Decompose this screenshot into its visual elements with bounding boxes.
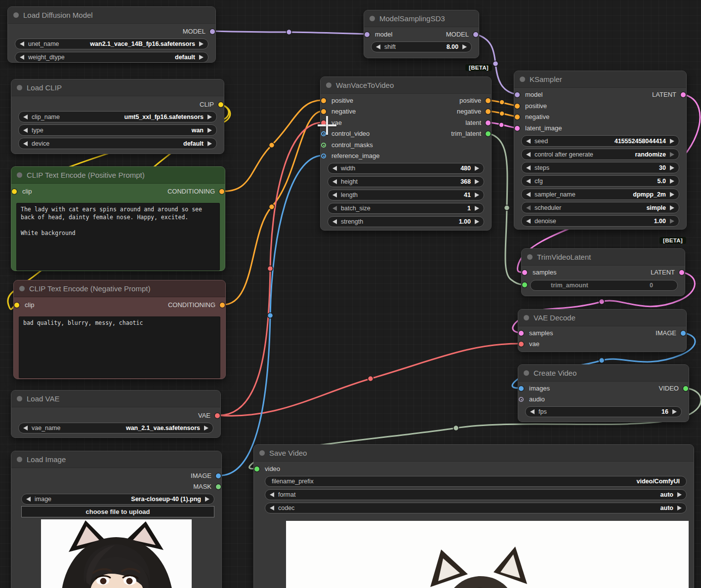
samples-input-port[interactable] — [519, 331, 524, 336]
increment-arrow-icon[interactable] — [670, 165, 674, 170]
decrement-arrow-icon[interactable] — [530, 409, 535, 414]
trim-amount-input-port[interactable] — [522, 282, 527, 287]
collapse-dot-icon[interactable] — [520, 77, 525, 82]
model-output-port[interactable] — [473, 32, 478, 37]
reroute-dot[interactable] — [368, 376, 373, 382]
increment-arrow-icon[interactable] — [199, 55, 204, 60]
batch-size-widget[interactable]: batch_size 1 — [328, 203, 484, 214]
decrement-arrow-icon[interactable] — [332, 206, 337, 211]
node-header[interactable]: Load CLIP — [11, 79, 224, 96]
node-load-image[interactable]: Load Image IMAGE MASK image Sera-closeup… — [11, 451, 222, 588]
collapse-dot-icon[interactable] — [17, 457, 22, 462]
node-header[interactable]: TrimVideoLatent — [522, 249, 685, 266]
increment-arrow-icon[interactable] — [207, 141, 212, 146]
height-widget[interactable]: height 368 — [328, 176, 484, 187]
collapse-dot-icon[interactable] — [524, 370, 529, 376]
reroute-dot[interactable] — [454, 426, 459, 431]
decrement-arrow-icon[interactable] — [526, 165, 531, 170]
reroute-dot[interactable] — [599, 299, 605, 305]
collapse-dot-icon[interactable] — [17, 172, 22, 178]
reroute-dot[interactable] — [599, 358, 605, 363]
decrement-arrow-icon[interactable] — [270, 506, 274, 510]
node-header[interactable]: Save Video — [254, 445, 694, 462]
decrement-arrow-icon[interactable] — [376, 44, 380, 49]
positive-input-port[interactable] — [321, 98, 326, 103]
node-model-sampling-sd3[interactable]: ModelSamplingSD3 model MODEL shift 8.00 — [364, 10, 479, 58]
increment-arrow-icon[interactable] — [672, 409, 677, 414]
node-header[interactable]: Create Video — [518, 365, 689, 382]
samples-input-port[interactable] — [522, 270, 527, 275]
reroute-dot[interactable] — [493, 61, 498, 67]
filename-prefix-widget[interactable]: filename_prefix video/ComfyUI — [265, 476, 687, 487]
latent-image-input-port[interactable] — [515, 126, 520, 131]
increment-arrow-icon[interactable] — [670, 205, 674, 210]
weight-dtype-widget[interactable]: weight_dtype default — [15, 52, 208, 63]
mask-output-port[interactable] — [216, 484, 221, 489]
trim-latent-output-port[interactable] — [486, 131, 491, 136]
increment-arrow-icon[interactable] — [475, 193, 479, 197]
node-trim-video-latent[interactable]: TrimVideoLatent samples LATENT trim_amou… — [521, 248, 685, 296]
length-widget[interactable]: length 41 — [328, 190, 484, 200]
decrement-arrow-icon[interactable] — [526, 205, 531, 210]
decrement-arrow-icon[interactable] — [23, 128, 28, 133]
codec-widget[interactable]: codec auto — [265, 503, 687, 513]
collapse-dot-icon[interactable] — [524, 315, 529, 320]
node-wan-vace-to-video[interactable]: WanVaceToVideo positive negative vae con… — [320, 77, 492, 231]
width-widget[interactable]: width 480 — [328, 163, 484, 174]
node-header[interactable]: ModelSamplingSD3 — [364, 10, 479, 27]
collapse-dot-icon[interactable] — [259, 450, 265, 456]
positive-prompt-textarea[interactable]: The lady with cat ears spins around and … — [16, 203, 220, 271]
increment-arrow-icon[interactable] — [205, 497, 209, 502]
strength-widget[interactable]: strength 1.00 — [328, 216, 484, 227]
node-graph-canvas[interactable]: Load Diffusion Model MODEL unet_name wan… — [0, 0, 701, 588]
reroute-dot[interactable] — [499, 111, 504, 116]
clip-output-port[interactable] — [218, 102, 223, 107]
increment-arrow-icon[interactable] — [677, 492, 682, 497]
node-header[interactable]: Load Image — [11, 451, 221, 468]
latent-output-port[interactable] — [486, 120, 491, 125]
collapse-dot-icon[interactable] — [19, 286, 25, 291]
reroute-dot[interactable] — [269, 143, 275, 148]
collapse-dot-icon[interactable] — [527, 254, 533, 260]
node-load-vae[interactable]: Load VAE VAE vae_name wan_2.1_vae.safete… — [11, 390, 221, 438]
negative-input-port[interactable] — [515, 115, 520, 119]
reference-image-input-port[interactable] — [321, 154, 326, 158]
decrement-arrow-icon[interactable] — [20, 55, 24, 60]
decrement-arrow-icon[interactable] — [332, 193, 337, 197]
decrement-arrow-icon[interactable] — [332, 219, 337, 224]
increment-arrow-icon[interactable] — [677, 506, 682, 510]
reroute-dot[interactable] — [499, 122, 504, 127]
positive-output-port[interactable] — [486, 98, 491, 103]
node-clip-text-encode-negative[interactable]: CLIP Text Encode (Negative Prompt) clip … — [13, 280, 226, 379]
increment-arrow-icon[interactable] — [199, 41, 204, 46]
increment-arrow-icon[interactable] — [670, 179, 674, 184]
scheduler-widget[interactable]: scheduler simple — [521, 202, 679, 213]
decrement-arrow-icon[interactable] — [332, 166, 337, 171]
increment-arrow-icon[interactable] — [475, 206, 479, 211]
model-output-port[interactable] — [210, 29, 215, 34]
video-input-port[interactable] — [254, 467, 259, 471]
choose-file-button[interactable]: choose file to upload — [21, 506, 214, 517]
vae-output-port[interactable] — [215, 413, 220, 418]
image-widget[interactable]: image Sera-closeup-40 (1).png — [21, 494, 214, 505]
steps-widget[interactable]: steps 30 — [521, 162, 679, 173]
decrement-arrow-icon[interactable] — [23, 426, 28, 431]
increment-arrow-icon[interactable] — [475, 179, 479, 184]
decrement-arrow-icon[interactable] — [526, 179, 531, 184]
type-widget[interactable]: type wan — [18, 124, 217, 136]
latent-output-port[interactable] — [679, 270, 684, 275]
positive-input-port[interactable] — [515, 104, 520, 109]
denoise-widget[interactable]: denoise 1.00 — [521, 215, 679, 227]
decrement-arrow-icon[interactable] — [526, 152, 531, 157]
node-vae-decode[interactable]: VAE Decode samples vae IMAGE — [518, 309, 687, 352]
node-create-video[interactable]: Create Video images audio VIDEO fps 16 — [518, 364, 689, 422]
node-header[interactable]: CLIP Text Encode (Negative Prompt) — [14, 280, 225, 297]
conditioning-output-port[interactable] — [219, 189, 224, 194]
decrement-arrow-icon[interactable] — [526, 192, 531, 197]
collapse-dot-icon[interactable] — [13, 12, 19, 18]
node-save-video[interactable]: Save Video video filename_prefix video/C… — [253, 444, 694, 588]
negative-output-port[interactable] — [486, 109, 491, 114]
control-video-input-port[interactable] — [321, 131, 326, 136]
clip-name-widget[interactable]: clip_name umt5_xxl_fp16.safetensors — [18, 111, 217, 122]
collapse-dot-icon[interactable] — [370, 16, 375, 21]
